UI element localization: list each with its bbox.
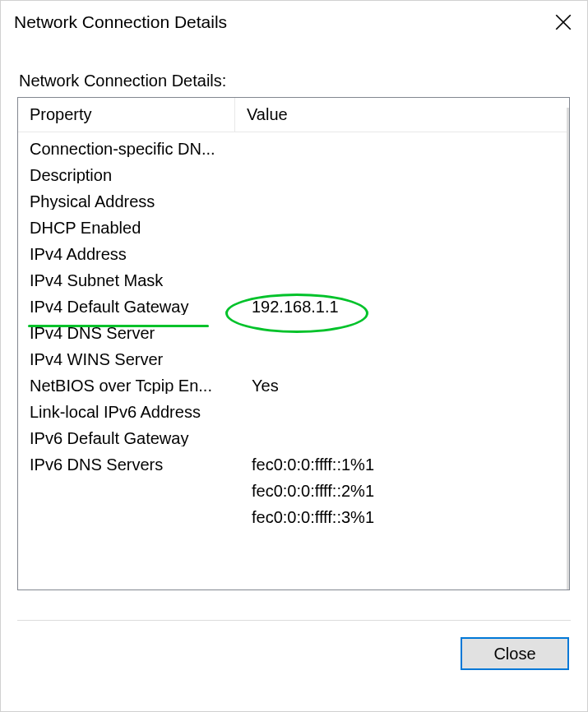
value-cell <box>235 193 252 210</box>
table-row[interactable]: IPv4 Subnet Mask <box>18 267 569 294</box>
property-cell: DHCP Enabled <box>30 220 235 236</box>
property-cell: IPv4 Subnet Mask <box>30 272 235 289</box>
column-headers: Property Value <box>18 98 569 132</box>
column-header-property[interactable]: Property <box>18 98 235 132</box>
property-cell: NetBIOS over Tcpip En... <box>30 377 235 394</box>
value-cell <box>235 430 252 446</box>
property-cell: IPv6 Default Gateway <box>30 430 235 446</box>
table-row[interactable]: IPv6 Default Gateway <box>18 425 569 451</box>
close-button[interactable] <box>544 6 582 39</box>
dialog-content: Network Connection Details: Property Val… <box>1 44 587 590</box>
titlebar: Network Connection Details <box>1 1 587 44</box>
value-cell <box>235 141 252 157</box>
property-cell <box>30 483 235 499</box>
table-row[interactable]: Connection-specific DN... <box>18 136 569 162</box>
dialog-window: Network Connection Details Network Conne… <box>0 0 588 712</box>
table-row[interactable]: DHCP Enabled <box>18 215 569 241</box>
close-dialog-button[interactable]: Close <box>461 637 569 670</box>
details-label: Network Connection Details: <box>19 72 569 90</box>
value-cell: Yes <box>235 377 279 394</box>
scrollbar-track[interactable] <box>567 108 569 589</box>
table-row[interactable]: IPv4 WINS Server <box>18 346 569 372</box>
value-cell: 192.168.1.1 <box>235 298 339 315</box>
close-icon <box>555 14 572 30</box>
property-cell: IPv6 DNS Servers <box>30 456 235 473</box>
table-row[interactable]: Link-local IPv6 Address <box>18 399 569 425</box>
property-cell: Description <box>30 167 235 183</box>
table-row[interactable]: IPv4 Address <box>18 241 569 267</box>
value-cell: fec0:0:0:ffff::1%1 <box>235 456 374 473</box>
property-cell: Connection-specific DN... <box>30 141 235 157</box>
table-row[interactable]: Description <box>18 162 569 188</box>
table-row[interactable]: NetBIOS over Tcpip En...Yes <box>18 372 569 399</box>
property-cell: IPv4 Address <box>30 246 235 262</box>
value-cell <box>235 167 252 183</box>
value-cell <box>235 272 252 289</box>
value-cell: fec0:0:0:ffff::3%1 <box>235 509 374 525</box>
details-rows: Connection-specific DN... Description Ph… <box>18 132 569 530</box>
table-row[interactable]: fec0:0:0:ffff::2%1 <box>18 478 569 504</box>
table-row[interactable]: IPv4 DNS Server <box>18 320 569 346</box>
property-cell: IPv4 Default Gateway <box>30 298 235 315</box>
value-cell: fec0:0:0:ffff::2%1 <box>235 483 374 499</box>
window-title: Network Connection Details <box>14 12 227 32</box>
table-row[interactable]: fec0:0:0:ffff::3%1 <box>18 504 569 530</box>
value-cell <box>235 351 252 368</box>
column-header-value[interactable]: Value <box>235 98 569 132</box>
property-cell: IPv4 WINS Server <box>30 351 235 368</box>
property-cell: Link-local IPv6 Address <box>30 404 235 420</box>
table-row[interactable]: IPv4 Default Gateway192.168.1.1 <box>18 294 569 320</box>
value-cell <box>235 246 252 262</box>
dialog-buttons: Close <box>1 621 587 670</box>
property-cell: Physical Address <box>30 193 235 210</box>
value-cell <box>235 404 252 420</box>
property-cell <box>30 509 235 525</box>
table-row[interactable]: IPv6 DNS Serversfec0:0:0:ffff::1%1 <box>18 451 569 478</box>
value-cell <box>235 325 252 341</box>
value-cell <box>235 220 252 236</box>
table-row[interactable]: Physical Address <box>18 188 569 215</box>
details-listview[interactable]: Property Value Connection-specific DN...… <box>17 97 570 590</box>
property-cell: IPv4 DNS Server <box>30 325 235 341</box>
